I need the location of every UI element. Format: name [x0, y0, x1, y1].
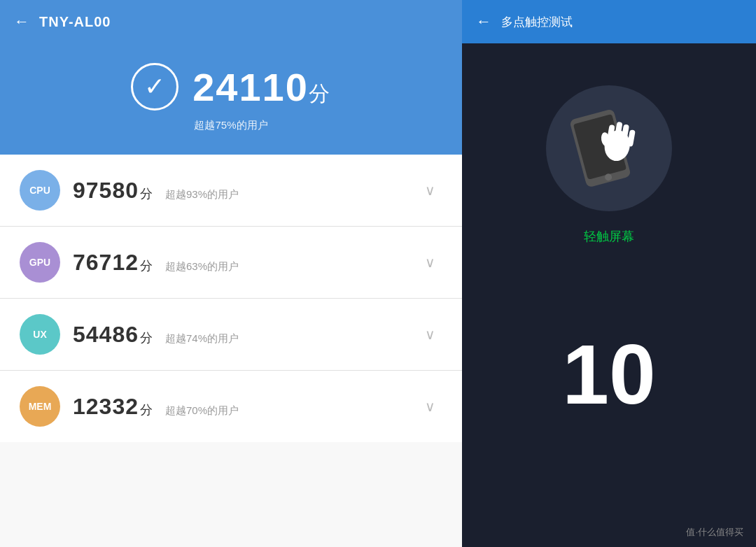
category-unit-ux: 分	[140, 329, 153, 346]
category-score-mem: 12332	[73, 394, 139, 420]
category-row-gpu[interactable]: GPU 76712分 超越63%的用户 ∨	[0, 227, 462, 299]
score-subtitle: 超越75%的用户	[194, 119, 267, 132]
left-panel: ← TNY-AL00 ✓ 24110分 超越75%的用户 CPU 97580分 …	[0, 0, 462, 547]
category-badge-cpu: CPU	[20, 170, 60, 211]
left-header: ← TNY-AL00	[0, 0, 462, 43]
category-row-ux[interactable]: UX 54486分 超越74%的用户 ∨	[0, 299, 462, 371]
category-score-cpu: 97580	[73, 178, 139, 204]
touch-svg	[556, 96, 662, 201]
category-score-area-ux: 54486分 超越74%的用户	[73, 322, 425, 348]
chevron-icon-cpu: ∨	[425, 182, 442, 199]
category-badge-mem: MEM	[20, 386, 60, 427]
right-panel: ← 多点触控测试	[462, 0, 756, 547]
touch-illustration-area: 轻触屏幕	[546, 71, 672, 245]
device-title: TNY-AL00	[39, 14, 111, 30]
category-row-mem[interactable]: MEM 12332分 超越70%的用户 ∨	[0, 371, 462, 442]
total-score-unit: 分	[309, 82, 331, 105]
category-score-ux: 54486	[73, 322, 139, 348]
check-circle: ✓	[131, 63, 178, 111]
category-score-gpu: 76712	[73, 250, 139, 276]
category-badge-gpu: GPU	[20, 242, 60, 283]
touch-prompt[interactable]: 轻触屏幕	[584, 228, 634, 245]
category-unit-cpu: 分	[140, 185, 153, 202]
right-footer: 值·什么值得买	[462, 518, 756, 547]
total-score-number: 24110	[192, 65, 309, 109]
category-row-cpu[interactable]: CPU 97580分 超越93%的用户 ∨	[0, 155, 462, 227]
check-icon: ✓	[144, 74, 165, 99]
touch-illustration	[546, 85, 672, 211]
touch-content: 轻触屏幕 10	[462, 43, 756, 518]
right-back-button[interactable]: ←	[476, 13, 491, 31]
score-main-row: ✓ 24110分	[131, 63, 331, 111]
category-percentile-ux: 超越74%的用户	[165, 332, 239, 346]
category-percentile-gpu: 超越63%的用户	[165, 260, 239, 274]
touch-count-display: 10	[562, 245, 655, 504]
category-percentile-mem: 超越70%的用户	[165, 404, 239, 418]
category-badge-ux: UX	[20, 314, 60, 355]
category-score-area-mem: 12332分 超越70%的用户	[73, 394, 425, 420]
right-header-title: 多点触控测试	[501, 14, 573, 30]
chevron-icon-mem: ∨	[425, 398, 442, 415]
category-unit-gpu: 分	[140, 257, 153, 274]
categories-list: CPU 97580分 超越93%的用户 ∨ GPU 76712分 超越63%的用…	[0, 155, 462, 547]
chevron-icon-gpu: ∨	[425, 254, 442, 271]
score-banner: ✓ 24110分 超越75%的用户	[0, 43, 462, 155]
category-score-area-gpu: 76712分 超越63%的用户	[73, 250, 425, 276]
right-header: ← 多点触控测试	[462, 0, 756, 43]
category-percentile-cpu: 超越93%的用户	[165, 188, 239, 201]
category-unit-mem: 分	[140, 402, 153, 418]
total-score-display: 24110分	[192, 64, 331, 110]
category-score-area-cpu: 97580分 超越93%的用户	[73, 178, 425, 204]
back-button[interactable]: ←	[14, 13, 29, 31]
chevron-icon-ux: ∨	[425, 326, 442, 343]
